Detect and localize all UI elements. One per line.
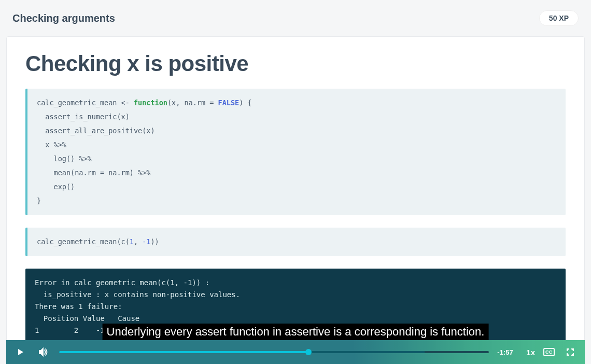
- subtitle-caption: Underlying every assert function in asse…: [103, 324, 489, 340]
- fullscreen-button[interactable]: [563, 345, 578, 359]
- volume-button[interactable]: [36, 345, 51, 359]
- progress-bar[interactable]: [59, 351, 489, 353]
- page-title: Checking arguments: [12, 12, 115, 24]
- code-definition: calc_geometric_mean <- function(x, na.rm…: [25, 89, 566, 215]
- playback-speed[interactable]: 1x: [526, 348, 535, 357]
- progress-fill: [59, 351, 308, 353]
- xp-badge: 50 XP: [539, 10, 579, 26]
- video-player-bar: -1:57 1x CC: [6, 340, 585, 364]
- captions-button[interactable]: CC: [543, 348, 555, 356]
- code-call: calc_geometric_mean(c(1, -1)): [25, 228, 566, 256]
- volume-icon: [38, 347, 49, 357]
- play-icon: [17, 348, 25, 356]
- slide-card: Checking x is positive calc_geometric_me…: [6, 36, 585, 342]
- progress-knob[interactable]: [305, 349, 312, 355]
- slide-title: Checking x is positive: [25, 51, 566, 76]
- time-remaining: -1:57: [497, 348, 518, 356]
- page-header: Checking arguments 50 XP: [0, 0, 591, 34]
- fullscreen-icon: [566, 348, 574, 356]
- play-button[interactable]: [13, 345, 28, 359]
- progress-buffer: [308, 351, 425, 353]
